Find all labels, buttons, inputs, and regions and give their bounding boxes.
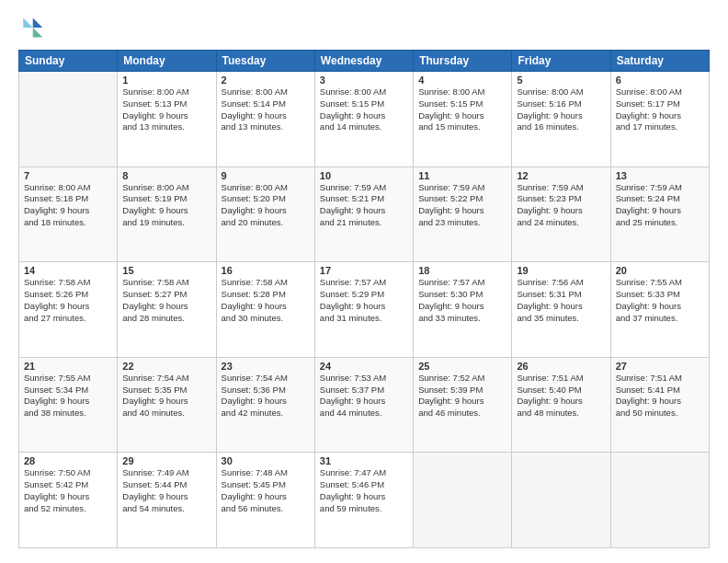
day-number: 4: [418, 75, 506, 86]
weekday-header: Sunday: [19, 51, 118, 72]
calendar-cell: 3Sunrise: 8:00 AM Sunset: 5:15 PM Daylig…: [314, 72, 413, 167]
calendar-cell: 4Sunrise: 8:00 AM Sunset: 5:15 PM Daylig…: [414, 72, 512, 167]
calendar-cell: 16Sunrise: 7:58 AM Sunset: 5:28 PM Dayli…: [216, 262, 314, 358]
calendar-cell: [414, 453, 512, 548]
day-number: 24: [320, 361, 408, 372]
day-number: 5: [517, 75, 605, 86]
day-number: 29: [122, 455, 210, 466]
day-number: 14: [24, 265, 112, 276]
day-info: Sunrise: 7:49 AM Sunset: 5:44 PM Dayligh…: [122, 467, 210, 514]
day-number: 25: [418, 361, 506, 372]
calendar-table: SundayMondayTuesdayWednesdayThursdayFrid…: [18, 50, 710, 548]
day-info: Sunrise: 7:59 AM Sunset: 5:22 PM Dayligh…: [418, 182, 506, 229]
day-info: Sunrise: 7:50 AM Sunset: 5:42 PM Dayligh…: [24, 467, 112, 514]
calendar-cell: 1Sunrise: 8:00 AM Sunset: 5:13 PM Daylig…: [118, 72, 216, 167]
logo-icon: [18, 15, 44, 40]
calendar-week-row: 21Sunrise: 7:55 AM Sunset: 5:34 PM Dayli…: [19, 357, 710, 453]
day-number: 15: [122, 265, 210, 276]
day-number: 18: [418, 265, 506, 276]
calendar-week-row: 1Sunrise: 8:00 AM Sunset: 5:13 PM Daylig…: [19, 72, 710, 167]
day-number: 27: [616, 361, 704, 372]
calendar-cell: 12Sunrise: 7:59 AM Sunset: 5:23 PM Dayli…: [512, 167, 610, 262]
day-number: 2: [222, 75, 310, 86]
svg-marker-1: [33, 28, 43, 38]
day-info: Sunrise: 8:00 AM Sunset: 5:16 PM Dayligh…: [517, 86, 605, 133]
calendar-cell: 31Sunrise: 7:47 AM Sunset: 5:46 PM Dayli…: [314, 453, 413, 548]
day-number: 22: [122, 361, 210, 372]
day-number: 31: [320, 455, 408, 466]
day-info: Sunrise: 7:54 AM Sunset: 5:36 PM Dayligh…: [222, 373, 310, 419]
day-info: Sunrise: 7:52 AM Sunset: 5:39 PM Dayligh…: [418, 373, 506, 419]
day-number: 19: [517, 265, 605, 276]
calendar-week-row: 7Sunrise: 8:00 AM Sunset: 5:18 PM Daylig…: [19, 167, 710, 262]
page: SundayMondayTuesdayWednesdayThursdayFrid…: [0, 0, 728, 563]
calendar-cell: [19, 72, 118, 167]
day-number: 20: [616, 265, 704, 276]
day-number: 26: [517, 361, 605, 372]
weekday-header: Monday: [118, 51, 216, 72]
calendar-cell: [512, 453, 610, 548]
day-info: Sunrise: 7:58 AM Sunset: 5:26 PM Dayligh…: [24, 277, 112, 324]
calendar-cell: 25Sunrise: 7:52 AM Sunset: 5:39 PM Dayli…: [414, 357, 512, 453]
calendar-cell: 2Sunrise: 8:00 AM Sunset: 5:14 PM Daylig…: [216, 72, 314, 167]
day-number: 23: [222, 361, 310, 372]
day-info: Sunrise: 7:47 AM Sunset: 5:46 PM Dayligh…: [320, 467, 408, 514]
day-number: 6: [616, 75, 704, 86]
day-number: 13: [616, 170, 704, 181]
day-info: Sunrise: 8:00 AM Sunset: 5:15 PM Dayligh…: [418, 86, 506, 133]
day-info: Sunrise: 8:00 AM Sunset: 5:14 PM Dayligh…: [222, 86, 310, 133]
logo: [18, 15, 48, 40]
day-info: Sunrise: 7:51 AM Sunset: 5:40 PM Dayligh…: [517, 373, 605, 419]
day-info: Sunrise: 8:00 AM Sunset: 5:13 PM Dayligh…: [122, 86, 210, 133]
calendar-cell: 21Sunrise: 7:55 AM Sunset: 5:34 PM Dayli…: [19, 357, 118, 453]
weekday-header: Thursday: [414, 51, 512, 72]
day-info: Sunrise: 7:58 AM Sunset: 5:27 PM Dayligh…: [122, 277, 210, 324]
calendar-cell: 11Sunrise: 7:59 AM Sunset: 5:22 PM Dayli…: [414, 167, 512, 262]
svg-marker-0: [33, 18, 43, 29]
calendar-week-row: 14Sunrise: 7:58 AM Sunset: 5:26 PM Dayli…: [19, 262, 710, 358]
calendar-cell: 13Sunrise: 7:59 AM Sunset: 5:24 PM Dayli…: [610, 167, 709, 262]
day-number: 30: [222, 455, 310, 466]
weekday-header: Wednesday: [314, 51, 413, 72]
day-info: Sunrise: 7:56 AM Sunset: 5:31 PM Dayligh…: [517, 277, 605, 324]
day-number: 10: [320, 170, 408, 181]
calendar-cell: 23Sunrise: 7:54 AM Sunset: 5:36 PM Dayli…: [216, 357, 314, 453]
day-info: Sunrise: 7:59 AM Sunset: 5:23 PM Dayligh…: [517, 182, 605, 229]
day-info: Sunrise: 7:51 AM Sunset: 5:41 PM Dayligh…: [616, 373, 704, 419]
calendar-cell: 9Sunrise: 8:00 AM Sunset: 5:20 PM Daylig…: [216, 167, 314, 262]
header: [18, 15, 710, 40]
weekday-header: Friday: [512, 51, 610, 72]
calendar-cell: 24Sunrise: 7:53 AM Sunset: 5:37 PM Dayli…: [314, 357, 413, 453]
day-info: Sunrise: 7:57 AM Sunset: 5:30 PM Dayligh…: [418, 277, 506, 324]
calendar-cell: 26Sunrise: 7:51 AM Sunset: 5:40 PM Dayli…: [512, 357, 610, 453]
day-info: Sunrise: 7:53 AM Sunset: 5:37 PM Dayligh…: [320, 373, 408, 419]
calendar-cell: 20Sunrise: 7:55 AM Sunset: 5:33 PM Dayli…: [610, 262, 709, 358]
calendar-cell: 7Sunrise: 8:00 AM Sunset: 5:18 PM Daylig…: [19, 167, 118, 262]
day-info: Sunrise: 7:59 AM Sunset: 5:24 PM Dayligh…: [616, 182, 704, 229]
calendar-cell: 29Sunrise: 7:49 AM Sunset: 5:44 PM Dayli…: [118, 453, 216, 548]
day-number: 11: [418, 170, 506, 181]
calendar-cell: 15Sunrise: 7:58 AM Sunset: 5:27 PM Dayli…: [118, 262, 216, 358]
svg-marker-2: [23, 18, 33, 29]
day-info: Sunrise: 8:00 AM Sunset: 5:17 PM Dayligh…: [616, 86, 704, 133]
calendar-cell: 28Sunrise: 7:50 AM Sunset: 5:42 PM Dayli…: [19, 453, 118, 548]
calendar-cell: 17Sunrise: 7:57 AM Sunset: 5:29 PM Dayli…: [314, 262, 413, 358]
calendar-cell: 8Sunrise: 8:00 AM Sunset: 5:19 PM Daylig…: [118, 167, 216, 262]
day-number: 21: [24, 361, 112, 372]
day-number: 9: [222, 170, 310, 181]
day-number: 17: [320, 265, 408, 276]
day-number: 16: [222, 265, 310, 276]
calendar-cell: 10Sunrise: 7:59 AM Sunset: 5:21 PM Dayli…: [314, 167, 413, 262]
calendar-cell: 18Sunrise: 7:57 AM Sunset: 5:30 PM Dayli…: [414, 262, 512, 358]
weekday-header: Tuesday: [216, 51, 314, 72]
day-info: Sunrise: 8:00 AM Sunset: 5:18 PM Dayligh…: [24, 182, 112, 229]
day-info: Sunrise: 7:48 AM Sunset: 5:45 PM Dayligh…: [222, 467, 310, 514]
day-info: Sunrise: 7:58 AM Sunset: 5:28 PM Dayligh…: [222, 277, 310, 324]
day-info: Sunrise: 7:54 AM Sunset: 5:35 PM Dayligh…: [122, 373, 210, 419]
calendar-cell: 22Sunrise: 7:54 AM Sunset: 5:35 PM Dayli…: [118, 357, 216, 453]
calendar-cell: 30Sunrise: 7:48 AM Sunset: 5:45 PM Dayli…: [216, 453, 314, 548]
day-info: Sunrise: 7:59 AM Sunset: 5:21 PM Dayligh…: [320, 182, 408, 229]
day-number: 1: [122, 75, 210, 86]
day-info: Sunrise: 7:55 AM Sunset: 5:33 PM Dayligh…: [616, 277, 704, 324]
day-info: Sunrise: 7:55 AM Sunset: 5:34 PM Dayligh…: [24, 373, 112, 419]
